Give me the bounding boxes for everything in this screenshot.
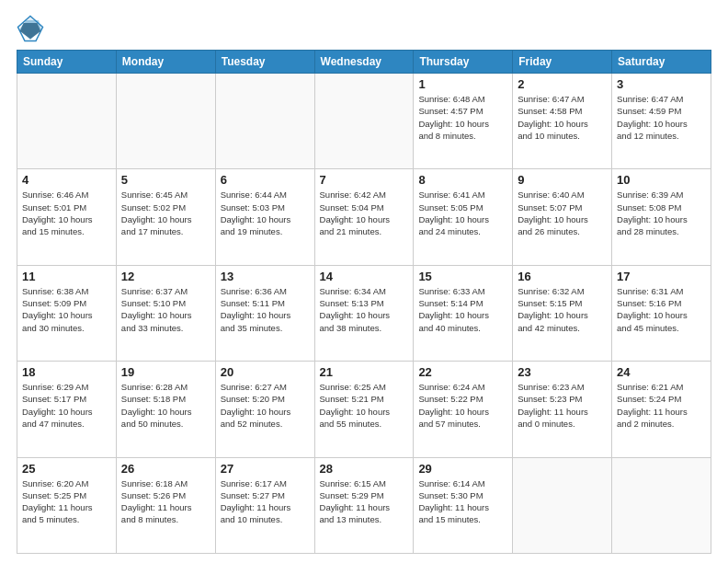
calendar-header-monday: Monday [116,51,215,74]
day-number: 15 [418,270,507,283]
logo [17,15,48,42]
calendar-week-5: 25Sunrise: 6:20 AM Sunset: 5:25 PM Dayli… [17,457,711,553]
day-number: 26 [121,462,210,476]
calendar-cell: 29Sunrise: 6:14 AM Sunset: 5:30 PM Dayli… [414,457,513,553]
calendar-header-tuesday: Tuesday [215,51,314,74]
day-number: 14 [320,270,409,283]
calendar-cell [215,74,314,169]
calendar-cell: 10Sunrise: 6:39 AM Sunset: 5:08 PM Dayli… [612,169,711,265]
day-number: 13 [221,270,310,283]
day-number: 9 [518,173,607,187]
day-info: Sunrise: 6:34 AM Sunset: 5:13 PM Dayligh… [320,285,409,334]
day-info: Sunrise: 6:39 AM Sunset: 5:08 PM Dayligh… [617,189,706,237]
day-info: Sunrise: 6:37 AM Sunset: 5:10 PM Dayligh… [121,285,210,334]
day-info: Sunrise: 6:45 AM Sunset: 5:02 PM Dayligh… [121,189,210,237]
calendar-cell: 26Sunrise: 6:18 AM Sunset: 5:26 PM Dayli… [116,457,215,553]
calendar-week-3: 11Sunrise: 6:38 AM Sunset: 5:09 PM Dayli… [17,265,711,361]
day-number: 23 [518,365,607,379]
day-number: 28 [320,462,409,476]
calendar-cell: 25Sunrise: 6:20 AM Sunset: 5:25 PM Dayli… [17,457,117,553]
header [17,15,711,42]
calendar-cell: 4Sunrise: 6:46 AM Sunset: 5:01 PM Daylig… [17,169,117,265]
calendar-cell: 22Sunrise: 6:24 AM Sunset: 5:22 PM Dayli… [414,362,513,457]
day-number: 11 [22,270,111,283]
calendar-cell: 23Sunrise: 6:23 AM Sunset: 5:23 PM Dayli… [513,362,612,457]
calendar-table: SundayMondayTuesdayWednesdayThursdayFrid… [17,50,711,554]
day-number: 18 [22,365,111,379]
calendar-cell [513,457,612,553]
calendar-cell: 20Sunrise: 6:27 AM Sunset: 5:20 PM Dayli… [215,362,314,457]
day-info: Sunrise: 6:20 AM Sunset: 5:25 PM Dayligh… [22,477,111,526]
day-number: 22 [418,365,507,379]
day-info: Sunrise: 6:36 AM Sunset: 5:11 PM Dayligh… [221,285,310,334]
day-info: Sunrise: 6:24 AM Sunset: 5:22 PM Dayligh… [418,381,507,430]
calendar-cell: 19Sunrise: 6:28 AM Sunset: 5:18 PM Dayli… [116,362,215,457]
day-number: 8 [418,173,507,187]
day-info: Sunrise: 6:14 AM Sunset: 5:30 PM Dayligh… [418,477,507,526]
calendar-cell: 15Sunrise: 6:33 AM Sunset: 5:14 PM Dayli… [414,265,513,361]
day-info: Sunrise: 6:44 AM Sunset: 5:03 PM Dayligh… [221,189,310,237]
day-info: Sunrise: 6:25 AM Sunset: 5:21 PM Dayligh… [320,381,409,430]
day-info: Sunrise: 6:15 AM Sunset: 5:29 PM Dayligh… [320,477,409,526]
day-info: Sunrise: 6:41 AM Sunset: 5:05 PM Dayligh… [418,189,507,237]
calendar-cell [314,74,414,169]
day-number: 12 [121,270,210,283]
day-number: 29 [418,462,507,476]
calendar-header-row: SundayMondayTuesdayWednesdayThursdayFrid… [17,51,711,74]
day-info: Sunrise: 6:23 AM Sunset: 5:23 PM Dayligh… [518,381,607,430]
day-number: 24 [617,365,706,379]
calendar-header-friday: Friday [513,51,612,74]
day-number: 4 [22,173,111,187]
calendar-cell: 1Sunrise: 6:48 AM Sunset: 4:57 PM Daylig… [414,74,513,169]
calendar-cell: 13Sunrise: 6:36 AM Sunset: 5:11 PM Dayli… [215,265,314,361]
day-info: Sunrise: 6:21 AM Sunset: 5:24 PM Dayligh… [617,381,706,430]
calendar-cell [612,457,711,553]
calendar-cell: 18Sunrise: 6:29 AM Sunset: 5:17 PM Dayli… [17,362,117,457]
day-number: 1 [418,77,507,91]
day-info: Sunrise: 6:31 AM Sunset: 5:16 PM Dayligh… [617,285,706,334]
day-number: 25 [22,462,111,476]
calendar-cell: 24Sunrise: 6:21 AM Sunset: 5:24 PM Dayli… [612,362,711,457]
day-info: Sunrise: 6:18 AM Sunset: 5:26 PM Dayligh… [121,477,210,526]
calendar-cell: 28Sunrise: 6:15 AM Sunset: 5:29 PM Dayli… [314,457,414,553]
day-number: 20 [221,365,310,379]
calendar-cell: 11Sunrise: 6:38 AM Sunset: 5:09 PM Dayli… [17,265,117,361]
calendar-header-wednesday: Wednesday [314,51,414,74]
day-info: Sunrise: 6:46 AM Sunset: 5:01 PM Dayligh… [22,189,111,237]
day-number: 6 [221,173,310,187]
calendar-cell: 21Sunrise: 6:25 AM Sunset: 5:21 PM Dayli… [314,362,414,457]
calendar-week-4: 18Sunrise: 6:29 AM Sunset: 5:17 PM Dayli… [17,362,711,457]
day-info: Sunrise: 6:47 AM Sunset: 4:58 PM Dayligh… [518,93,607,142]
calendar-cell: 9Sunrise: 6:40 AM Sunset: 5:07 PM Daylig… [513,169,612,265]
day-info: Sunrise: 6:29 AM Sunset: 5:17 PM Dayligh… [22,381,111,430]
logo-icon [17,15,44,42]
day-number: 19 [121,365,210,379]
day-number: 21 [320,365,409,379]
calendar-cell: 8Sunrise: 6:41 AM Sunset: 5:05 PM Daylig… [414,169,513,265]
day-info: Sunrise: 6:48 AM Sunset: 4:57 PM Dayligh… [418,93,507,142]
calendar-week-1: 1Sunrise: 6:48 AM Sunset: 4:57 PM Daylig… [17,74,711,169]
day-info: Sunrise: 6:33 AM Sunset: 5:14 PM Dayligh… [418,285,507,334]
calendar-header-thursday: Thursday [414,51,513,74]
calendar-cell: 2Sunrise: 6:47 AM Sunset: 4:58 PM Daylig… [513,74,612,169]
day-info: Sunrise: 6:27 AM Sunset: 5:20 PM Dayligh… [221,381,310,430]
calendar-cell: 7Sunrise: 6:42 AM Sunset: 5:04 PM Daylig… [314,169,414,265]
calendar-cell: 6Sunrise: 6:44 AM Sunset: 5:03 PM Daylig… [215,169,314,265]
calendar-cell: 27Sunrise: 6:17 AM Sunset: 5:27 PM Dayli… [215,457,314,553]
calendar-cell: 14Sunrise: 6:34 AM Sunset: 5:13 PM Dayli… [314,265,414,361]
calendar-cell: 12Sunrise: 6:37 AM Sunset: 5:10 PM Dayli… [116,265,215,361]
day-info: Sunrise: 6:42 AM Sunset: 5:04 PM Dayligh… [320,189,409,237]
day-number: 10 [617,173,706,187]
calendar-cell: 3Sunrise: 6:47 AM Sunset: 4:59 PM Daylig… [612,74,711,169]
day-number: 3 [617,77,706,91]
calendar-cell: 5Sunrise: 6:45 AM Sunset: 5:02 PM Daylig… [116,169,215,265]
calendar-cell: 17Sunrise: 6:31 AM Sunset: 5:16 PM Dayli… [612,265,711,361]
day-info: Sunrise: 6:47 AM Sunset: 4:59 PM Dayligh… [617,93,706,142]
calendar-cell [116,74,215,169]
day-number: 16 [518,270,607,283]
day-info: Sunrise: 6:38 AM Sunset: 5:09 PM Dayligh… [22,285,111,334]
day-info: Sunrise: 6:28 AM Sunset: 5:18 PM Dayligh… [121,381,210,430]
page: SundayMondayTuesdayWednesdayThursdayFrid… [0,0,728,563]
day-number: 7 [320,173,409,187]
day-number: 27 [221,462,310,476]
